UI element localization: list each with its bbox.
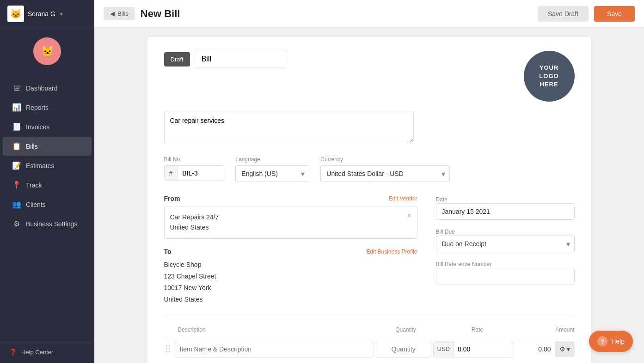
close-icon[interactable]: × (407, 212, 411, 219)
bill-no-wrapper: # (164, 165, 225, 181)
table-row: USD 0.00 ⚙ ▾ (164, 341, 575, 357)
bills-icon: 📋 (12, 142, 21, 151)
dashboard-icon: ⊞ (12, 84, 21, 92)
to-city-zip: 10017 New York (164, 282, 417, 294)
sidebar-item-label: Track (26, 182, 42, 189)
sidebar: 🐱 Sorana G ▾ 🐱 ⊞ Dashboard 📊 Reports 🧾 I… (0, 0, 94, 363)
page-title: New Bill (141, 8, 532, 20)
estimates-icon: 📝 (12, 161, 21, 170)
sidebar-item-label: Reports (26, 104, 49, 111)
gear-chevron-icon: ▾ (567, 345, 570, 353)
help-center-label: Help Center (21, 349, 53, 356)
bill-due-label: Bill Due (436, 229, 455, 235)
save-draft-button[interactable]: Save Draft (538, 6, 589, 22)
rate-currency-label: USD (434, 341, 454, 357)
bill-title-input[interactable] (195, 51, 287, 67)
date-section: Date Bill Due Due on Receipt Net 15 Net … (436, 195, 575, 306)
language-select[interactable]: English (US) French Spanish (235, 165, 309, 182)
sidebar-item-dashboard[interactable]: ⊞ Dashboard (3, 79, 92, 97)
sidebar-item-track[interactable]: 📍 Track (3, 175, 92, 194)
main-content: ◀ Bills New Bill Save Draft Save Draft Y… (94, 0, 644, 363)
sidebar-item-label: Clients (26, 201, 46, 208)
sidebar-item-clients[interactable]: 👥 Clients (3, 195, 92, 214)
item-description-input[interactable] (174, 341, 374, 357)
quantity-input[interactable] (376, 341, 431, 357)
topbar: ◀ Bills New Bill Save Draft Save (94, 0, 644, 28)
from-box: Car Repairs 24/7 United States × (164, 206, 417, 239)
help-center-item[interactable]: ❓ Help Center (9, 349, 85, 356)
chevron-down-icon: ▾ (60, 12, 62, 17)
sidebar-user[interactable]: 🐱 Sorana G ▾ (0, 0, 94, 28)
sidebar-item-business-settings[interactable]: ⚙ Business Settings (3, 214, 92, 233)
sidebar-item-label: Business Settings (26, 220, 77, 228)
rate-input[interactable] (454, 341, 486, 357)
date-field-group: Date (436, 195, 575, 220)
bill-no-prefix: # (165, 166, 178, 181)
sidebar-item-label: Estimates (26, 162, 54, 169)
content-area: Draft YOURLOGOHERE Car repair services B… (94, 28, 644, 363)
logo-icon: 🐱 (33, 37, 61, 65)
help-fab-icon: ? (597, 336, 607, 346)
from-to-date-row: From Edit Vendor Car Repairs 24/7 United… (164, 195, 575, 306)
gear-button[interactable]: ⚙ ▾ (555, 341, 575, 357)
chevron-left-icon: ◀ (110, 10, 115, 17)
col-amount: Amount (519, 327, 575, 333)
from-section: From Edit Vendor Car Repairs 24/7 United… (164, 195, 417, 306)
bill-no-input[interactable] (178, 166, 224, 181)
bill-card: Draft YOURLOGOHERE Car repair services B… (147, 37, 591, 363)
date-label: Date (436, 196, 448, 203)
invoices-icon: 🧾 (12, 122, 21, 131)
user-name: Sorana G (28, 10, 55, 18)
divider (164, 317, 575, 317)
table-header: Description Quantity Rate Amount (164, 327, 575, 337)
bill-description-input[interactable]: Car repair services (164, 111, 414, 143)
logo-placeholder[interactable]: YOURLOGOHERE (524, 51, 575, 102)
help-center-icon: ❓ (9, 349, 17, 356)
edit-vendor-link[interactable]: Edit Vendor (388, 195, 417, 202)
currency-select-wrapper: United States Dollar - USD Euro - EUR Br… (320, 165, 450, 182)
edit-business-profile-link[interactable]: Edit Business Profile (366, 248, 417, 255)
language-field: Language English (US) French Spanish (235, 156, 309, 182)
fields-row: Bill No. # Language English (US) French … (164, 156, 575, 182)
bill-ref-label: Bill Reference Number (436, 261, 492, 267)
date-input[interactable] (436, 203, 575, 220)
rate-section: USD (433, 341, 514, 357)
col-description: Description (164, 327, 376, 333)
bill-due-field-group: Bill Due Due on Receipt Net 15 Net 30 Ne… (436, 227, 575, 252)
from-address: Car Repairs 24/7 United States (170, 212, 219, 233)
sidebar-item-estimates[interactable]: 📝 Estimates (3, 156, 92, 175)
gear-icon: ⚙ (559, 345, 565, 353)
help-fab[interactable]: ? Help (589, 331, 633, 352)
sidebar-logo: 🐱 (0, 28, 94, 74)
sidebar-item-bills[interactable]: 📋 Bills (3, 137, 92, 156)
currency-label: Currency (320, 156, 450, 163)
language-label: Language (235, 156, 309, 163)
clients-icon: 👥 (12, 200, 21, 209)
sidebar-item-label: Bills (26, 143, 38, 150)
sidebar-item-label: Dashboard (26, 85, 58, 92)
sidebar-footer: ❓ Help Center (0, 341, 94, 363)
to-country: United States (164, 294, 417, 305)
to-name: Bicycle Shop (164, 259, 417, 271)
col-rate: Rate (436, 327, 519, 333)
bill-header-row: Draft YOURLOGOHERE (164, 51, 575, 102)
from-name: Car Repairs 24/7 (170, 212, 219, 222)
col-quantity: Quantity (376, 327, 436, 333)
bill-ref-input[interactable] (436, 268, 575, 284)
bill-ref-field-group: Bill Reference Number (436, 260, 575, 284)
to-address: Bicycle Shop 123 Chapel Street 10017 New… (164, 259, 417, 306)
avatar: 🐱 (7, 6, 24, 22)
to-street: 123 Chapel Street (164, 271, 417, 282)
amount-value: 0.00 (516, 345, 553, 353)
help-fab-label: Help (611, 338, 625, 345)
from-label-row: From Edit Vendor (164, 195, 417, 202)
sidebar-item-reports[interactable]: 📊 Reports (3, 98, 92, 117)
bill-due-select-wrapper: Due on Receipt Net 15 Net 30 Net 60 (436, 236, 575, 252)
back-button[interactable]: ◀ Bills (104, 7, 135, 20)
to-label-row: To Edit Business Profile (164, 248, 417, 255)
sidebar-item-invoices[interactable]: 🧾 Invoices (3, 117, 92, 136)
bill-due-select[interactable]: Due on Receipt Net 15 Net 30 Net 60 (436, 236, 575, 252)
drag-handle[interactable] (164, 345, 172, 352)
save-button[interactable]: Save (594, 6, 635, 22)
currency-select[interactable]: United States Dollar - USD Euro - EUR Br… (320, 165, 450, 182)
